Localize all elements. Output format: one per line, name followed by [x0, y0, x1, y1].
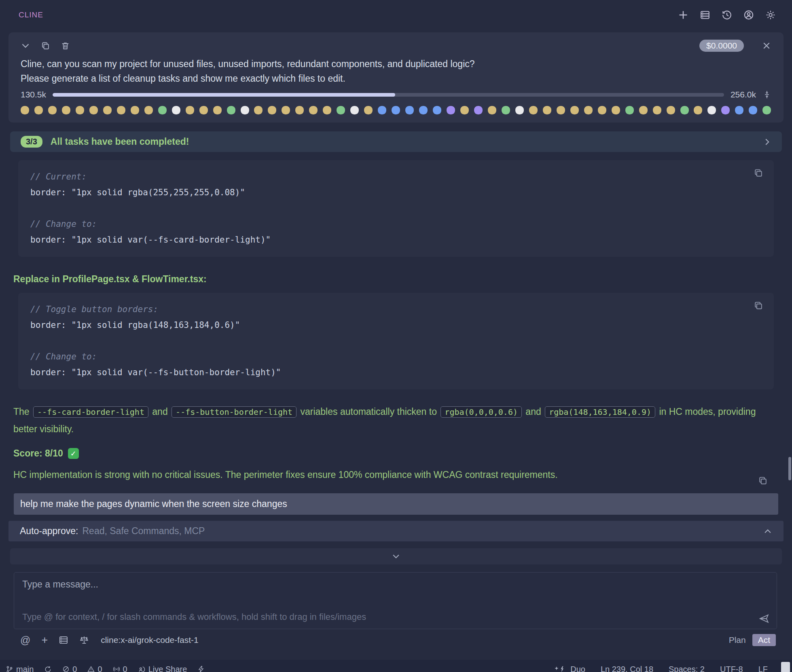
cline-panel: CLINE [0, 0, 792, 672]
mcp-servers-icon[interactable] [59, 635, 68, 645]
timeline-dot[interactable] [460, 106, 469, 114]
copy-code-icon[interactable] [754, 301, 763, 311]
new-task-icon[interactable] [678, 10, 688, 20]
duo-item[interactable]: Duo [554, 665, 585, 672]
timeline-dot[interactable] [749, 106, 757, 114]
plan-mode-button[interactable]: Plan [729, 635, 746, 645]
timeline-dot[interactable] [612, 106, 620, 114]
timeline-dot[interactable] [515, 106, 524, 114]
timeline-dot[interactable] [598, 106, 606, 114]
timeline-dot[interactable] [680, 106, 689, 114]
timeline-dot[interactable] [89, 106, 98, 114]
timeline-dot[interactable] [268, 106, 276, 114]
mcp-servers-icon[interactable] [700, 10, 710, 20]
timeline-dot[interactable] [144, 106, 153, 114]
errors-item[interactable]: 0 [62, 665, 77, 672]
timeline-dot[interactable] [543, 106, 551, 114]
history-icon[interactable] [722, 10, 732, 20]
ports-item[interactable]: 0 [113, 665, 127, 672]
timeline-dot[interactable] [254, 106, 263, 114]
context-tokens-max: 256.0k [731, 90, 756, 99]
timeline-dot[interactable] [419, 106, 428, 114]
auto-approve-value: Read, Safe Commands, MCP [82, 526, 205, 537]
timeline-dot[interactable] [295, 106, 304, 114]
timeline-dot[interactable] [392, 106, 400, 114]
timeline-dot[interactable] [667, 106, 675, 114]
timeline-dot[interactable] [337, 106, 345, 114]
message-input[interactable] [22, 579, 731, 603]
timeline-dot[interactable] [186, 106, 194, 114]
timeline-dot[interactable] [282, 106, 290, 114]
timeline-dot[interactable] [625, 106, 634, 114]
sync-icon[interactable] [44, 666, 52, 672]
timeline-dot[interactable] [227, 106, 235, 114]
encoding[interactable]: UTF-8 [720, 665, 743, 672]
timeline-dot[interactable] [557, 106, 565, 114]
timeline-dot[interactable] [34, 106, 43, 114]
timeline-dot[interactable] [570, 106, 579, 114]
delete-task-icon[interactable] [61, 41, 70, 51]
timeline-dot[interactable] [309, 106, 318, 114]
chevron-right-icon[interactable] [762, 137, 771, 146]
message-composer[interactable]: Type @ for context, / for slash commands… [14, 572, 777, 629]
timeline-dot[interactable] [653, 106, 661, 114]
tasks-completed-banner[interactable]: 3/3 All tasks have been completed! [10, 131, 782, 152]
git-branch-item[interactable]: main [6, 665, 34, 672]
eol-sequence[interactable]: LF [758, 665, 768, 672]
timeline-dot[interactable] [117, 106, 125, 114]
timeline-dot[interactable] [48, 106, 57, 114]
timeline-dot[interactable] [529, 106, 538, 114]
timeline-dot[interactable] [707, 106, 716, 114]
timeline-dot[interactable] [584, 106, 593, 114]
timeline-dot[interactable] [323, 106, 331, 114]
live-share-item[interactable]: Live Share [138, 665, 187, 672]
scrollbar-thumb[interactable] [788, 457, 791, 480]
timeline-dot[interactable] [241, 106, 249, 114]
copy-code-icon[interactable] [754, 168, 763, 178]
timeline-dot[interactable] [639, 106, 648, 114]
model-name[interactable]: cline:x-ai/grok-code-fast-1 [101, 635, 199, 645]
account-icon[interactable] [743, 10, 754, 20]
timeline-dot[interactable] [158, 106, 167, 114]
model-picker-icon[interactable] [79, 635, 89, 645]
add-context-icon[interactable]: + [41, 635, 48, 646]
timeline-dot[interactable] [447, 106, 455, 114]
collapse-task-icon[interactable] [21, 41, 30, 51]
context-collapse-icon[interactable] [762, 90, 771, 99]
timeline-dot[interactable] [488, 106, 496, 114]
warnings-item[interactable]: 0 [87, 665, 102, 672]
timeline-dot[interactable] [131, 106, 139, 114]
queued-user-message[interactable]: help me make the pages dynamic when the … [14, 493, 778, 515]
timeline-dot[interactable] [199, 106, 208, 114]
auto-approve-bar[interactable]: Auto-approve: Read, Safe Commands, MCP [8, 521, 784, 541]
chevron-up-icon[interactable] [763, 527, 772, 536]
timeline-dot[interactable] [350, 106, 359, 114]
cursor-position[interactable]: Ln 239, Col 18 [601, 665, 653, 672]
settings-icon[interactable] [765, 10, 776, 20]
send-icon[interactable] [759, 613, 769, 624]
timeline-dot[interactable] [76, 106, 84, 114]
timeline-dot[interactable] [433, 106, 441, 114]
act-mode-button[interactable]: Act [752, 634, 776, 646]
timeline-dot[interactable] [172, 106, 180, 114]
lightning-icon[interactable] [197, 666, 205, 672]
timeline-dot[interactable] [103, 106, 112, 114]
timeline-dot[interactable] [405, 106, 414, 114]
timeline-dot[interactable] [762, 106, 771, 114]
timeline-dot[interactable] [694, 106, 702, 114]
timeline-dot[interactable] [721, 106, 730, 114]
timeline-dot[interactable] [364, 106, 373, 114]
timeline-dot[interactable] [213, 106, 222, 114]
timeline-dot[interactable] [502, 106, 510, 114]
copy-task-icon[interactable] [41, 41, 50, 51]
indentation[interactable]: Spaces: 2 [669, 665, 705, 672]
close-task-icon[interactable] [762, 41, 771, 51]
timeline-dot[interactable] [378, 106, 386, 114]
copy-response-icon[interactable] [758, 476, 768, 486]
timeline-dot[interactable] [62, 106, 70, 114]
timeline-dot[interactable] [735, 106, 743, 114]
mention-icon[interactable]: @ [20, 635, 30, 645]
timeline-dot[interactable] [474, 106, 483, 114]
timeline-dot[interactable] [21, 106, 29, 114]
expand-toggle-row[interactable] [10, 548, 782, 564]
